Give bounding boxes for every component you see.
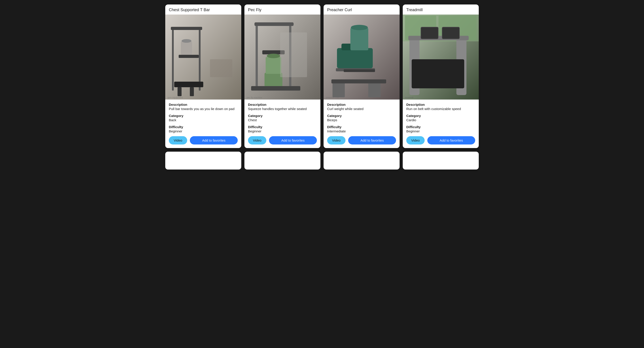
svg-text:treadmill: treadmill bbox=[405, 96, 414, 99]
category-value-chest-supported-t-bar: Back bbox=[169, 118, 238, 122]
cards-row: Chest Supported T Bar gym equipment Desc… bbox=[154, 4, 490, 148]
svg-point-31 bbox=[351, 25, 368, 30]
svg-text:pec fly machine: pec fly machine bbox=[247, 96, 262, 99]
svg-rect-20 bbox=[251, 86, 300, 90]
description-value-chest-supported-t-bar: Pull bar towards you as you lie down on … bbox=[169, 107, 238, 111]
category-value-treadmill: Cardio bbox=[406, 118, 475, 122]
card-body-preacher-curl: Description Curl weight while seated Cat… bbox=[324, 100, 400, 148]
description-label-chest-supported-t-bar: Description bbox=[169, 103, 238, 106]
favorite-button-chest-supported-t-bar[interactable]: Add to favorites bbox=[190, 136, 238, 144]
card-image-preacher-curl: preacher curl bbox=[324, 14, 400, 100]
category-label-pec-fly: Category bbox=[248, 114, 317, 118]
svg-rect-45 bbox=[442, 27, 459, 39]
difficulty-section-chest-supported-t-bar: Difficulty Beginner bbox=[169, 125, 238, 133]
card-body-pec-fly: Description Squeeze handles together whi… bbox=[244, 100, 320, 148]
card-treadmill: Treadmill treadmill Description bbox=[403, 4, 479, 148]
difficulty-label-preacher-curl: Difficulty bbox=[327, 125, 396, 129]
card-body-chest-supported-t-bar: Description Pull bar towards you as you … bbox=[165, 100, 241, 148]
card-preacher-curl: Preacher Curl preacher curl Description … bbox=[324, 4, 400, 148]
description-section-preacher-curl: Description Curl weight while seated bbox=[327, 103, 396, 111]
svg-rect-13 bbox=[256, 24, 258, 90]
partial-card-bottom-4 bbox=[403, 152, 479, 170]
category-label-chest-supported-t-bar: Category bbox=[169, 114, 238, 118]
partial-card-bottom-1 bbox=[165, 152, 241, 170]
svg-rect-8 bbox=[181, 42, 192, 55]
svg-text:gym equipment: gym equipment bbox=[168, 96, 183, 99]
svg-rect-21 bbox=[280, 32, 307, 77]
svg-rect-30 bbox=[350, 28, 368, 50]
difficulty-section-preacher-curl: Difficulty Intermediate bbox=[327, 125, 396, 133]
category-label-treadmill: Category bbox=[406, 114, 475, 118]
card-chest-supported-t-bar: Chest Supported T Bar gym equipment Desc… bbox=[165, 4, 241, 148]
page-container: Chest Supported T Bar gym equipment Desc… bbox=[154, 4, 490, 170]
card-actions-pec-fly: Video Add to favorites bbox=[248, 136, 317, 144]
partial-card-bottom-3 bbox=[324, 152, 400, 170]
card-actions-chest-supported-t-bar: Video Add to favorites bbox=[169, 136, 238, 144]
svg-rect-28 bbox=[368, 82, 380, 97]
difficulty-section-pec-fly: Difficulty Beginner bbox=[248, 125, 317, 133]
description-value-treadmill: Run on belt with customizable speed bbox=[406, 107, 475, 111]
favorite-button-preacher-curl[interactable]: Add to favorites bbox=[348, 136, 396, 144]
difficulty-label-pec-fly: Difficulty bbox=[248, 125, 317, 129]
difficulty-label-chest-supported-t-bar: Difficulty bbox=[169, 125, 238, 129]
svg-rect-15 bbox=[254, 22, 294, 26]
svg-rect-1 bbox=[172, 28, 174, 90]
svg-rect-5 bbox=[174, 82, 203, 87]
card-body-treadmill: Description Run on belt with customizabl… bbox=[403, 100, 479, 148]
difficulty-value-preacher-curl: Intermediate bbox=[327, 129, 396, 133]
card-image-chest-supported-t-bar: gym equipment bbox=[165, 14, 241, 100]
svg-rect-32 bbox=[344, 69, 375, 72]
bottom-cards-row bbox=[154, 152, 490, 170]
category-label-preacher-curl: Category bbox=[327, 114, 396, 118]
description-section-chest-supported-t-bar: Description Pull bar towards you as you … bbox=[169, 103, 238, 111]
difficulty-value-treadmill: Beginner bbox=[406, 129, 475, 133]
card-title-pec-fly: Pec Fly bbox=[244, 4, 320, 14]
partial-card-bottom-2 bbox=[244, 152, 320, 170]
card-title-preacher-curl: Preacher Curl bbox=[324, 4, 400, 14]
favorite-button-pec-fly[interactable]: Add to favorites bbox=[269, 136, 317, 144]
svg-point-9 bbox=[182, 39, 192, 43]
svg-rect-41 bbox=[412, 59, 464, 88]
card-actions-treadmill: Video Add to favorites bbox=[406, 136, 475, 144]
favorite-button-treadmill[interactable]: Add to favorites bbox=[427, 136, 475, 144]
description-value-preacher-curl: Curl weight while seated bbox=[327, 107, 396, 111]
svg-rect-24 bbox=[337, 48, 373, 68]
difficulty-label-treadmill: Difficulty bbox=[406, 125, 475, 129]
card-image-pec-fly: pec fly machine bbox=[244, 14, 320, 100]
description-label-treadmill: Description bbox=[406, 103, 475, 106]
category-value-pec-fly: Chest bbox=[248, 118, 317, 122]
description-section-pec-fly: Description Squeeze handles together whi… bbox=[248, 103, 317, 111]
svg-rect-2 bbox=[199, 28, 200, 90]
svg-rect-4 bbox=[179, 55, 199, 58]
svg-rect-17 bbox=[264, 73, 282, 88]
description-value-pec-fly: Squeeze handles together while seated bbox=[248, 107, 317, 111]
video-button-pec-fly[interactable]: Video bbox=[248, 136, 266, 144]
description-label-preacher-curl: Description bbox=[327, 103, 396, 106]
video-button-treadmill[interactable]: Video bbox=[406, 136, 425, 144]
difficulty-section-treadmill: Difficulty Beginner bbox=[406, 125, 475, 133]
difficulty-value-chest-supported-t-bar: Beginner bbox=[169, 129, 238, 133]
card-pec-fly: Pec Fly pec fly machine Description Sque… bbox=[244, 4, 320, 148]
description-label-pec-fly: Description bbox=[248, 103, 317, 106]
category-section-pec-fly: Category Chest bbox=[248, 114, 317, 122]
svg-rect-3 bbox=[171, 27, 202, 30]
svg-rect-10 bbox=[210, 59, 232, 77]
video-button-preacher-curl[interactable]: Video bbox=[327, 136, 346, 144]
svg-rect-27 bbox=[332, 82, 345, 97]
svg-text:preacher curl: preacher curl bbox=[326, 96, 339, 99]
difficulty-value-pec-fly: Beginner bbox=[248, 129, 317, 133]
category-section-treadmill: Category Cardio bbox=[406, 114, 475, 122]
svg-point-19 bbox=[267, 54, 280, 58]
card-title-chest-supported-t-bar: Chest Supported T Bar bbox=[165, 4, 241, 14]
category-section-preacher-curl: Category Biceps bbox=[327, 114, 396, 122]
svg-rect-6 bbox=[178, 87, 182, 96]
svg-rect-29 bbox=[332, 80, 386, 84]
card-image-treadmill: treadmill bbox=[403, 14, 479, 100]
card-title-treadmill: Treadmill bbox=[403, 4, 479, 14]
svg-rect-44 bbox=[421, 27, 438, 39]
svg-rect-7 bbox=[190, 87, 194, 96]
category-section-chest-supported-t-bar: Category Back bbox=[169, 114, 238, 122]
video-button-chest-supported-t-bar[interactable]: Video bbox=[169, 136, 187, 144]
card-actions-preacher-curl: Video Add to favorites bbox=[327, 136, 396, 144]
description-section-treadmill: Description Run on belt with customizabl… bbox=[406, 103, 475, 111]
